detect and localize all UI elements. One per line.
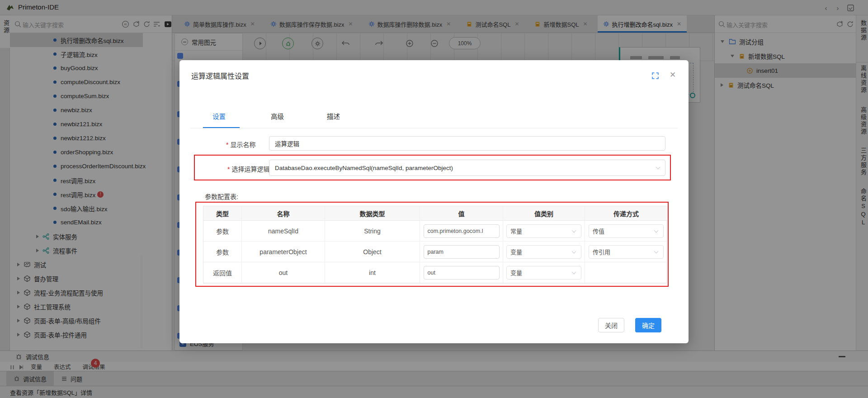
chevron-down-icon — [656, 165, 660, 170]
modal-tab-description[interactable]: 描述 — [327, 111, 340, 121]
modal-tab-settings[interactable]: 设置 — [212, 111, 226, 121]
param-table-label: 参数配置表: — [205, 192, 238, 201]
param-passmode-cell — [585, 262, 667, 283]
param-value-cell: com.primeton.gocom.l — [420, 221, 503, 242]
param-passmode-cell: 传值 — [585, 221, 667, 242]
param-value-input[interactable]: com.primeton.gocom.l — [424, 224, 500, 238]
param-passmode-cell: 传引用 — [585, 242, 667, 262]
param-type-cell: 参数 — [203, 221, 242, 242]
param-value-cell: param — [420, 242, 503, 262]
column-header: 数据类型 — [325, 206, 420, 221]
param-valueclass-cell: 变量 — [503, 242, 585, 262]
param-value-input[interactable]: param — [424, 245, 500, 259]
pass-mode-select[interactable]: 传引用 — [589, 245, 664, 259]
param-name-cell: nameSqlId — [242, 221, 325, 242]
chevron-down-icon — [572, 270, 576, 274]
param-table-header-row: 类型名称数据类型值值类别传递方式 — [203, 206, 666, 221]
column-header: 类型 — [203, 206, 242, 221]
param-value-cell: out — [420, 262, 503, 283]
value-class-select[interactable]: 常量 — [506, 224, 581, 238]
column-header: 值 — [420, 206, 503, 221]
param-valueclass-cell: 常量 — [503, 221, 585, 242]
param-table: 类型名称数据类型值值类别传递方式参数nameSqlIdStringcom.pri… — [203, 206, 667, 284]
param-dtype-cell: String — [325, 221, 420, 242]
properties-modal: 运算逻辑属性设置 ✕ 设置 高级 描述 *显示名称 运算逻辑 *选择运算逻辑 D… — [179, 60, 689, 343]
param-table-row: 参数parameterObjectObjectparam变量传引用 — [203, 242, 666, 262]
column-header: 值类别 — [503, 206, 585, 221]
modal-title: 运算逻辑属性设置 — [191, 70, 249, 81]
param-name-cell: parameterObject — [242, 242, 325, 262]
param-name-cell: out — [242, 262, 325, 283]
logic-select-value: DatabaseDao.executeByNamedSql(nameSqlId,… — [275, 165, 453, 171]
logic-select-label: *选择运算逻辑 — [227, 164, 269, 173]
tabs-divider — [190, 128, 678, 128]
required-mark: * — [227, 166, 230, 173]
chevron-down-icon — [572, 249, 576, 253]
value-class-select[interactable]: 变量 — [506, 266, 581, 280]
display-name-label: *显示名称 — [226, 140, 255, 149]
param-type-cell: 参数 — [203, 242, 242, 262]
chevron-down-icon — [654, 228, 659, 232]
modal-tab-advanced[interactable]: 高级 — [271, 111, 284, 121]
param-table-row: 返回值outintout变量 — [203, 262, 666, 283]
logic-select[interactable]: DatabaseDao.executeByNamedSql(nameSqlId,… — [269, 160, 665, 176]
confirm-button[interactable]: 确定 — [635, 318, 661, 332]
param-dtype-cell: Object — [325, 242, 420, 262]
param-type-cell: 返回值 — [203, 262, 242, 283]
param-table-row: 参数nameSqlIdStringcom.primeton.gocom.l常量传… — [203, 221, 666, 242]
pass-mode-select[interactable]: 传值 — [589, 224, 664, 238]
param-dtype-cell: int — [325, 262, 420, 283]
param-valueclass-cell: 变量 — [503, 262, 585, 283]
chevron-down-icon — [654, 249, 659, 253]
display-name-input[interactable]: 运算逻辑 — [269, 136, 665, 151]
column-header: 名称 — [242, 206, 325, 221]
column-header: 传递方式 — [585, 206, 667, 221]
close-icon[interactable]: ✕ — [670, 70, 676, 80]
value-class-select[interactable]: 变量 — [506, 245, 581, 259]
required-mark: * — [226, 141, 228, 148]
fullscreen-icon[interactable] — [651, 72, 659, 80]
close-button[interactable]: 关闭 — [598, 318, 624, 332]
chevron-down-icon — [572, 228, 576, 232]
param-value-input[interactable]: out — [424, 266, 500, 280]
